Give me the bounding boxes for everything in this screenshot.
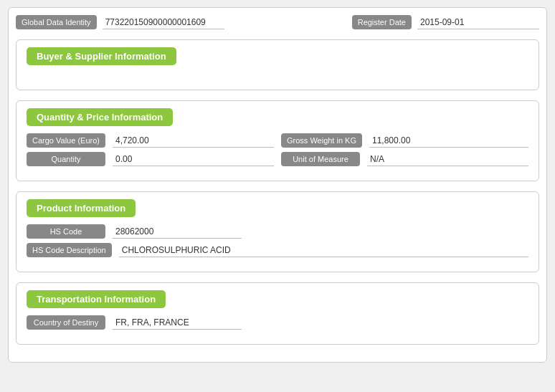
global-data-identity-label: Global Data Identity [16,15,97,29]
product-info-section: Product Information HS Code 28062000 HS … [16,191,539,272]
unit-of-measure-value: N/A [367,153,528,166]
gross-weight-value: 11,800.00 [369,134,528,148]
gross-weight-label: Gross Weight in KG [281,133,362,148]
cargo-value-field: Cargo Value (Euro) 4,720.00 [27,133,274,148]
transportation-section: Transportation Information Country of De… [16,282,539,345]
country-destiny-label: Country of Destiny [27,315,105,330]
register-date-label: Register Date [352,15,412,29]
quantity-row: Quantity 0.00 Unit of Measure N/A [27,152,528,166]
unit-of-measure-label: Unit of Measure [281,152,360,166]
hs-desc-label: HS Code Description [27,243,112,257]
hs-code-row: HS Code 28062000 [27,224,528,239]
hs-code-value: 28062000 [113,225,242,239]
product-info-header: Product Information [27,199,136,217]
main-container: Global Data Identity 7732201509000000016… [8,7,547,363]
hs-desc-row: HS Code Description CHLOROSULPHURIC ACID [27,243,528,257]
cargo-value-label: Cargo Value (Euro) [27,133,105,148]
hs-desc-value: CHLOROSULPHURIC ACID [119,244,528,257]
country-destiny-row: Country of Destiny FR, FRA, FRANCE [27,315,528,330]
quantity-value: 0.00 [113,153,274,166]
quantity-field: Quantity 0.00 [27,152,274,166]
buyer-supplier-content [27,72,528,80]
country-destiny-value: FR, FRA, FRANCE [113,316,242,330]
quantity-price-section: Quantity & Price Information Cargo Value… [16,100,539,181]
hs-code-label: HS Code [27,224,105,239]
quantity-price-header: Quantity & Price Information [27,108,173,126]
quantity-label: Quantity [27,152,105,166]
gross-weight-field: Gross Weight in KG 11,800.00 [281,133,528,148]
buyer-supplier-header: Buyer & Supplier Information [27,47,176,65]
cargo-value-row: Cargo Value (Euro) 4,720.00 Gross Weight… [27,133,528,148]
transportation-header: Transportation Information [27,290,166,308]
global-data-identity-value: 773220150900000001609 [103,16,224,29]
unit-of-measure-field: Unit of Measure N/A [281,152,528,166]
buyer-supplier-section: Buyer & Supplier Information [16,39,539,90]
register-date-value: 2015-09-01 [417,16,539,29]
cargo-value-value: 4,720.00 [113,134,274,148]
top-row: Global Data Identity 7732201509000000016… [16,15,539,29]
